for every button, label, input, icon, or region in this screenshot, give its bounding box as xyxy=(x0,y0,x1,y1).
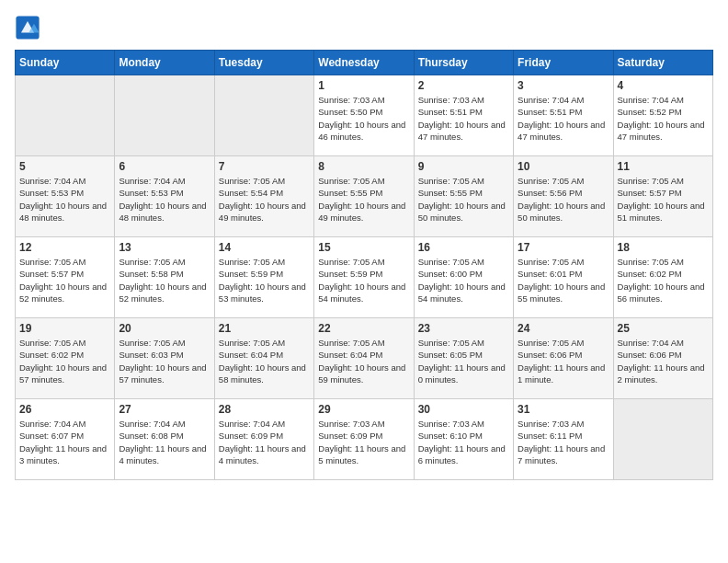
calendar-week-2: 5Sunrise: 7:04 AMSunset: 5:53 PMDaylight… xyxy=(16,156,713,237)
calendar-week-3: 12Sunrise: 7:05 AMSunset: 5:57 PMDayligh… xyxy=(16,237,713,318)
calendar-day-30: 30Sunrise: 7:03 AMSunset: 6:10 PMDayligh… xyxy=(414,399,513,480)
day-info: Sunrise: 7:05 AMSunset: 6:06 PMDaylight:… xyxy=(518,337,609,385)
calendar-day-27: 27Sunrise: 7:04 AMSunset: 6:08 PMDayligh… xyxy=(115,399,214,480)
calendar-day-18: 18Sunrise: 7:05 AMSunset: 6:02 PMDayligh… xyxy=(613,237,712,318)
day-number: 19 xyxy=(19,322,110,335)
calendar-day-2: 2Sunrise: 7:03 AMSunset: 5:51 PMDaylight… xyxy=(414,75,513,156)
calendar-empty xyxy=(115,75,214,156)
day-info: Sunrise: 7:05 AMSunset: 5:54 PMDaylight:… xyxy=(219,175,310,224)
calendar-day-9: 9Sunrise: 7:05 AMSunset: 5:55 PMDaylight… xyxy=(414,156,513,237)
day-number: 16 xyxy=(418,241,509,254)
day-number: 9 xyxy=(418,160,509,173)
day-info: Sunrise: 7:05 AMSunset: 6:02 PMDaylight:… xyxy=(19,337,110,385)
day-number: 4 xyxy=(618,79,709,92)
day-number: 1 xyxy=(318,79,409,92)
calendar-day-15: 15Sunrise: 7:05 AMSunset: 5:59 PMDayligh… xyxy=(314,237,414,318)
day-info: Sunrise: 7:05 AMSunset: 6:05 PMDaylight:… xyxy=(418,337,509,385)
calendar-day-8: 8Sunrise: 7:05 AMSunset: 5:55 PMDaylight… xyxy=(314,156,414,237)
day-info: Sunrise: 7:05 AMSunset: 5:55 PMDaylight:… xyxy=(318,175,409,224)
calendar-body: 1Sunrise: 7:03 AMSunset: 5:50 PMDaylight… xyxy=(16,75,713,480)
calendar-header: SundayMondayTuesdayWednesdayThursdayFrid… xyxy=(16,51,713,75)
day-number: 12 xyxy=(19,241,110,254)
logo-icon xyxy=(15,15,40,40)
day-number: 2 xyxy=(418,79,509,92)
calendar-day-6: 6Sunrise: 7:04 AMSunset: 5:53 PMDaylight… xyxy=(115,156,214,237)
day-number: 18 xyxy=(618,241,709,254)
day-number: 6 xyxy=(119,160,210,173)
calendar-week-4: 19Sunrise: 7:05 AMSunset: 6:02 PMDayligh… xyxy=(16,318,713,399)
day-info: Sunrise: 7:04 AMSunset: 5:53 PMDaylight:… xyxy=(19,175,110,224)
day-number: 22 xyxy=(318,322,409,335)
day-number: 7 xyxy=(219,160,310,173)
calendar-day-20: 20Sunrise: 7:05 AMSunset: 6:03 PMDayligh… xyxy=(115,318,214,399)
day-header-thursday: Thursday xyxy=(414,51,513,75)
day-info: Sunrise: 7:05 AMSunset: 5:55 PMDaylight:… xyxy=(418,175,509,224)
day-info: Sunrise: 7:04 AMSunset: 6:07 PMDaylight:… xyxy=(19,418,110,466)
calendar-day-23: 23Sunrise: 7:05 AMSunset: 6:05 PMDayligh… xyxy=(414,318,513,399)
day-number: 8 xyxy=(318,160,409,173)
calendar-day-4: 4Sunrise: 7:04 AMSunset: 5:52 PMDaylight… xyxy=(613,75,712,156)
day-info: Sunrise: 7:04 AMSunset: 6:08 PMDaylight:… xyxy=(119,418,210,466)
day-number: 24 xyxy=(518,322,609,335)
day-info: Sunrise: 7:05 AMSunset: 5:57 PMDaylight:… xyxy=(618,175,709,224)
day-info: Sunrise: 7:03 AMSunset: 6:11 PMDaylight:… xyxy=(518,418,609,466)
day-number: 29 xyxy=(318,403,409,416)
logo xyxy=(15,15,44,40)
day-number: 28 xyxy=(219,403,310,416)
calendar-day-24: 24Sunrise: 7:05 AMSunset: 6:06 PMDayligh… xyxy=(514,318,613,399)
day-info: Sunrise: 7:05 AMSunset: 5:58 PMDaylight:… xyxy=(119,256,210,304)
day-info: Sunrise: 7:05 AMSunset: 6:02 PMDaylight:… xyxy=(618,256,709,304)
day-info: Sunrise: 7:05 AMSunset: 6:04 PMDaylight:… xyxy=(219,337,310,385)
calendar-table: SundayMondayTuesdayWednesdayThursdayFrid… xyxy=(15,50,713,480)
day-info: Sunrise: 7:05 AMSunset: 6:04 PMDaylight:… xyxy=(318,337,409,385)
calendar-empty xyxy=(16,75,115,156)
day-number: 5 xyxy=(19,160,110,173)
day-info: Sunrise: 7:04 AMSunset: 5:51 PMDaylight:… xyxy=(518,94,609,143)
day-info: Sunrise: 7:05 AMSunset: 5:56 PMDaylight:… xyxy=(518,175,609,224)
day-info: Sunrise: 7:05 AMSunset: 6:01 PMDaylight:… xyxy=(518,256,609,304)
day-header-monday: Monday xyxy=(115,51,214,75)
calendar-day-10: 10Sunrise: 7:05 AMSunset: 5:56 PMDayligh… xyxy=(514,156,613,237)
calendar-empty xyxy=(613,399,712,480)
calendar-day-31: 31Sunrise: 7:03 AMSunset: 6:11 PMDayligh… xyxy=(514,399,613,480)
day-number: 25 xyxy=(618,322,709,335)
calendar-day-28: 28Sunrise: 7:04 AMSunset: 6:09 PMDayligh… xyxy=(214,399,313,480)
day-number: 10 xyxy=(518,160,609,173)
calendar-day-21: 21Sunrise: 7:05 AMSunset: 6:04 PMDayligh… xyxy=(214,318,313,399)
day-number: 3 xyxy=(518,79,609,92)
day-number: 31 xyxy=(518,403,609,416)
day-info: Sunrise: 7:04 AMSunset: 6:09 PMDaylight:… xyxy=(219,418,310,466)
day-number: 30 xyxy=(418,403,509,416)
calendar-day-29: 29Sunrise: 7:03 AMSunset: 6:09 PMDayligh… xyxy=(314,399,414,480)
day-info: Sunrise: 7:05 AMSunset: 6:03 PMDaylight:… xyxy=(119,337,210,385)
day-info: Sunrise: 7:03 AMSunset: 6:09 PMDaylight:… xyxy=(318,418,409,466)
calendar-day-25: 25Sunrise: 7:04 AMSunset: 6:06 PMDayligh… xyxy=(613,318,712,399)
day-number: 27 xyxy=(119,403,210,416)
calendar-day-12: 12Sunrise: 7:05 AMSunset: 5:57 PMDayligh… xyxy=(16,237,115,318)
calendar-day-5: 5Sunrise: 7:04 AMSunset: 5:53 PMDaylight… xyxy=(16,156,115,237)
day-number: 17 xyxy=(518,241,609,254)
calendar-day-26: 26Sunrise: 7:04 AMSunset: 6:07 PMDayligh… xyxy=(16,399,115,480)
day-header-saturday: Saturday xyxy=(613,51,712,75)
day-header-friday: Friday xyxy=(514,51,613,75)
day-info: Sunrise: 7:04 AMSunset: 5:53 PMDaylight:… xyxy=(119,175,210,224)
day-header-sunday: Sunday xyxy=(16,51,115,75)
calendar-day-1: 1Sunrise: 7:03 AMSunset: 5:50 PMDaylight… xyxy=(314,75,414,156)
calendar-day-22: 22Sunrise: 7:05 AMSunset: 6:04 PMDayligh… xyxy=(314,318,414,399)
day-number: 26 xyxy=(19,403,110,416)
header-row: SundayMondayTuesdayWednesdayThursdayFrid… xyxy=(16,51,713,75)
calendar-day-19: 19Sunrise: 7:05 AMSunset: 6:02 PMDayligh… xyxy=(16,318,115,399)
day-number: 11 xyxy=(618,160,709,173)
calendar-day-7: 7Sunrise: 7:05 AMSunset: 5:54 PMDaylight… xyxy=(214,156,313,237)
calendar-day-3: 3Sunrise: 7:04 AMSunset: 5:51 PMDaylight… xyxy=(514,75,613,156)
calendar-week-1: 1Sunrise: 7:03 AMSunset: 5:50 PMDaylight… xyxy=(16,75,713,156)
calendar-day-14: 14Sunrise: 7:05 AMSunset: 5:59 PMDayligh… xyxy=(214,237,313,318)
day-info: Sunrise: 7:03 AMSunset: 5:50 PMDaylight:… xyxy=(318,94,409,143)
day-info: Sunrise: 7:04 AMSunset: 5:52 PMDaylight:… xyxy=(618,94,709,143)
day-info: Sunrise: 7:05 AMSunset: 6:00 PMDaylight:… xyxy=(418,256,509,304)
day-number: 21 xyxy=(219,322,310,335)
day-number: 23 xyxy=(418,322,509,335)
page-header xyxy=(15,15,713,40)
day-info: Sunrise: 7:03 AMSunset: 6:10 PMDaylight:… xyxy=(418,418,509,466)
day-number: 14 xyxy=(219,241,310,254)
